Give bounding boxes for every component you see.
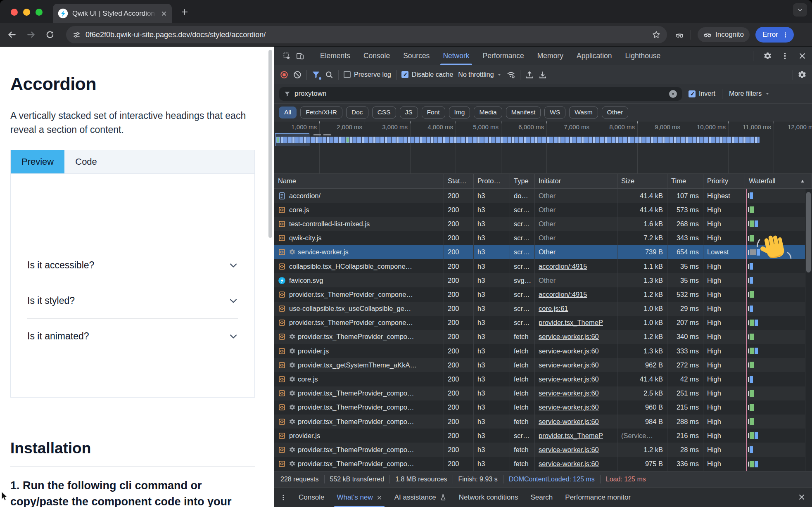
more-filters-dropdown[interactable]: More filters	[729, 90, 770, 97]
request-initiator[interactable]: service-worker.js:60	[539, 375, 599, 383]
filter-chip-other[interactable]: Other	[602, 107, 629, 118]
request-initiator[interactable]: service-worker.js:60	[539, 347, 599, 355]
network-request-row[interactable]: collapsible.tsx_HCollapsible_compone…200…	[274, 259, 812, 273]
close-tab-icon[interactable]	[161, 11, 167, 17]
devtools-tab-lighthouse[interactable]: Lighthouse	[619, 47, 667, 65]
network-request-row[interactable]: service-worker.js200h3scr…Other739 B654 …	[274, 245, 812, 259]
network-settings-gear-icon[interactable]	[798, 71, 806, 79]
network-request-row[interactable]: provider.tsx_ThemeProvider_compo…200h3fe…	[274, 415, 812, 429]
invert-filter-toggle[interactable]: Invert	[689, 90, 715, 97]
request-initiator[interactable]: service-worker.js:60	[539, 403, 599, 411]
network-request-row[interactable]: provider.js200h3scr…provider.tsx_ThemeP(…	[274, 429, 812, 443]
network-request-row[interactable]: provider.tsx_ThemeProvider_compone…200h3…	[274, 287, 812, 301]
network-overview-timeline[interactable]: 1,000 ms2,000 ms3,000 ms4,000 ms5,000 ms…	[274, 121, 812, 174]
network-request-row[interactable]: provider.js200h3fetchservice-worker.js:6…	[274, 344, 812, 358]
network-request-row[interactable]: provider.tsx_ThemeProvider_compo…200h3fe…	[274, 386, 812, 400]
table-scrollbar-track[interactable]	[805, 189, 812, 471]
devtools-settings-button[interactable]	[761, 49, 774, 62]
request-initiator[interactable]: provider.tsx_ThemeP	[539, 432, 603, 440]
filter-chip-media[interactable]: Media	[474, 107, 502, 118]
devtools-tab-application[interactable]: Application	[570, 47, 619, 65]
tab-list-dropdown-button[interactable]	[793, 3, 807, 17]
drawer-tab-network-conditions[interactable]: Network conditions	[453, 488, 525, 507]
table-scrollbar-thumb[interactable]	[806, 192, 811, 272]
network-request-row[interactable]: provider.tsx_ThemeProvider_compone…200h3…	[274, 316, 812, 330]
network-conditions-button[interactable]	[507, 71, 515, 79]
search-network-button[interactable]	[325, 71, 333, 79]
new-tab-button[interactable]	[181, 8, 188, 16]
drawer-tab-what-s-new[interactable]: What's new	[330, 488, 388, 507]
browser-menu-kebab-icon[interactable]	[782, 32, 788, 38]
overview-selection-window[interactable]	[275, 133, 309, 146]
disable-cache-checkbox[interactable]	[401, 71, 408, 78]
extension-icon[interactable]	[675, 31, 684, 39]
request-initiator[interactable]: service-worker.js:60	[539, 389, 599, 397]
network-request-row[interactable]: core.js200h3scr…Other41.4 kB573 msHigh	[274, 203, 812, 217]
inspect-element-button[interactable]	[280, 49, 293, 62]
export-har-button[interactable]	[539, 71, 547, 79]
close-window-button[interactable]	[11, 9, 18, 16]
filter-chip-fetch-xhr[interactable]: Fetch/XHR	[300, 107, 342, 118]
back-button[interactable]	[7, 30, 17, 39]
network-request-row[interactable]: accordion/200h3do…Other41.4 kB107 msHigh…	[274, 189, 812, 203]
column-header-size[interactable]: Size	[617, 174, 667, 188]
drawer-tab-ai-assistance[interactable]: AI assistance	[388, 488, 453, 507]
devtools-tab-memory[interactable]: Memory	[531, 47, 570, 65]
column-header-stat[interactable]: Stat…	[444, 174, 474, 188]
drawer-tab-search[interactable]: Search	[524, 488, 559, 507]
accordion-item[interactable]: Is it styled?	[27, 283, 238, 319]
column-header-initiator[interactable]: Initiator	[535, 174, 617, 188]
drawer-tab-console[interactable]: Console	[292, 488, 330, 507]
network-request-row[interactable]: provider.tsx_ThemeProvider_compo…200h3fe…	[274, 330, 812, 344]
reload-button[interactable]	[45, 30, 55, 39]
column-header-proto[interactable]: Proto…	[474, 174, 510, 188]
filter-toggle-button[interactable]	[312, 71, 320, 79]
drawer-close-button[interactable]	[798, 493, 805, 501]
filter-input[interactable]: proxytown	[279, 87, 682, 101]
tab-preview[interactable]: Preview	[11, 150, 64, 173]
devtools-tab-network[interactable]: Network	[436, 47, 476, 65]
record-network-log-button[interactable]	[280, 71, 288, 79]
preserve-log-checkbox[interactable]	[344, 71, 351, 78]
devtools-menu-button[interactable]	[778, 49, 791, 62]
clear-filter-button[interactable]	[669, 90, 677, 98]
filter-chip-doc[interactable]: Doc	[346, 107, 368, 118]
address-bar[interactable]: 0f6e2f0b.qwik-ui-site.pages.dev/docs/sty…	[66, 26, 667, 43]
filter-chip-img[interactable]: Img	[449, 107, 470, 118]
request-initiator[interactable]: provider.tsx_ThemeP	[539, 319, 603, 327]
filter-chip-wasm[interactable]: Wasm	[569, 107, 598, 118]
network-request-row[interactable]: core.js200h3fetchservice-worker.js:6041.…	[274, 372, 812, 386]
request-initiator[interactable]: service-worker.js:60	[539, 418, 599, 426]
request-initiator[interactable]: service-worker.js:60	[539, 446, 599, 454]
network-request-row[interactable]: provider.tsx_ThemeProvider_compo…200h3fe…	[274, 443, 812, 457]
profile-error-button[interactable]: Error	[755, 27, 794, 43]
page-scrollbar-thumb[interactable]	[268, 50, 272, 238]
request-initiator[interactable]: core.js:61	[539, 305, 568, 313]
accordion-item[interactable]: Is it accessible?	[27, 248, 238, 283]
column-header-priority[interactable]: Priority	[703, 174, 745, 188]
devtools-close-button[interactable]	[795, 49, 809, 62]
devtools-tab-elements[interactable]: Elements	[313, 47, 357, 65]
url-text[interactable]: 0f6e2f0b.qwik-ui-site.pages.dev/docs/sty…	[85, 31, 647, 39]
devtools-tab-console[interactable]: Console	[357, 47, 397, 65]
drawer-tab-performance-monitor[interactable]: Performance monitor	[559, 488, 637, 507]
column-header-waterfall[interactable]: Waterfall	[745, 174, 812, 188]
disable-cache-toggle[interactable]: Disable cache	[401, 71, 453, 78]
bookmark-star-icon[interactable]	[652, 31, 660, 39]
network-request-row[interactable]: favicon.svg200h3svg…Other1.3 kB35 msHigh	[274, 273, 812, 287]
network-request-row[interactable]: provider.tsx_ThemeProvider_compo…200h3fe…	[274, 400, 812, 415]
devtools-tab-performance[interactable]: Performance	[476, 47, 531, 65]
tab-code[interactable]: Code	[64, 150, 108, 173]
request-initiator[interactable]: accordion/:4915	[539, 291, 587, 299]
filter-chip-all[interactable]: All	[279, 107, 297, 118]
network-request-row[interactable]: qwik-city.js200h3scr…Other7.2 kB343 msHi…	[274, 231, 812, 245]
column-header-type[interactable]: Type	[510, 174, 535, 188]
devtools-tab-sources[interactable]: Sources	[397, 47, 436, 65]
filter-chip-css[interactable]: CSS	[372, 107, 396, 118]
request-initiator[interactable]: accordion/:4915	[539, 263, 587, 270]
network-request-row[interactable]: test-controlled-list-mixed.js200h3scr…Ot…	[274, 217, 812, 231]
minimize-window-button[interactable]	[23, 9, 30, 16]
filter-query-text[interactable]: proxytown	[294, 90, 665, 98]
forward-button[interactable]	[26, 30, 36, 39]
import-har-button[interactable]	[525, 71, 534, 79]
